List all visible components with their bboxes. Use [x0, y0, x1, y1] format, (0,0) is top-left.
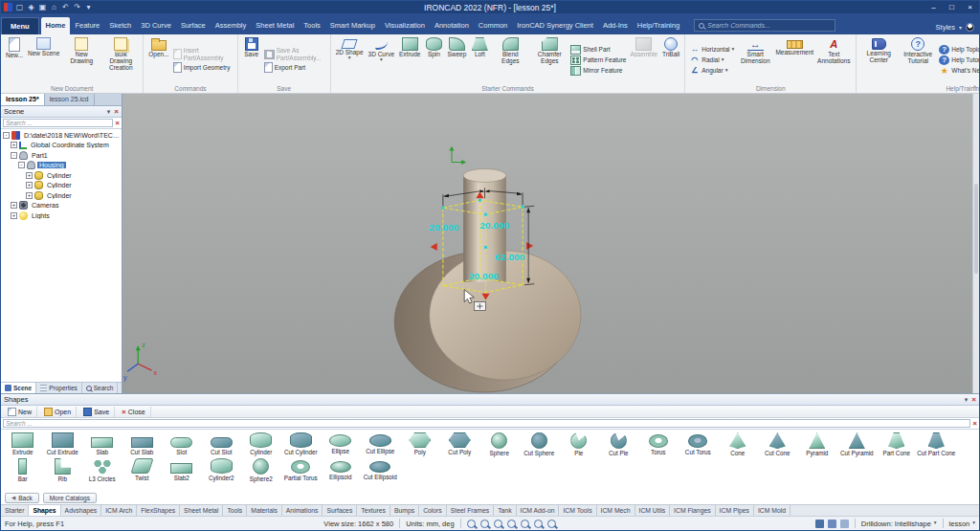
shape-pie[interactable]: Pie	[559, 431, 599, 456]
shape-cut-slab[interactable]: Cut Slab	[122, 431, 163, 456]
collapse-icon[interactable]: -	[3, 132, 10, 139]
shape-sphere[interactable]: Sphere	[479, 431, 520, 456]
catalog-tab-steel-frames[interactable]: Steel Frames	[447, 505, 494, 516]
horizontal-button[interactable]: Horizontal▾	[688, 45, 735, 55]
3d-curve-button[interactable]: 3D Curve▾	[367, 35, 396, 63]
tab-tools[interactable]: Tools	[299, 17, 325, 34]
close-button[interactable]: ×	[961, 1, 979, 13]
more-catalogs-button[interactable]: More Catalogs	[43, 493, 97, 503]
catalog-open-button[interactable]: Open	[39, 407, 77, 417]
viewport-scrollbar[interactable]	[972, 94, 979, 393]
tab-add-ins[interactable]: Add-Ins	[598, 17, 633, 34]
new-icon[interactable]: ▢	[15, 3, 24, 11]
menu-button[interactable]: Menu	[1, 17, 39, 34]
command-search-input[interactable]	[707, 22, 831, 29]
shape-sphere2[interactable]: Sphere2	[241, 456, 281, 482]
catalog-tab-colors[interactable]: Colors	[419, 505, 447, 516]
tree-item-cameras[interactable]: +Cameras	[1, 201, 122, 211]
shape-ellipse[interactable]: Ellipse	[321, 431, 361, 456]
expand-icon[interactable]: +	[26, 192, 33, 199]
catalog-tab-advshapes[interactable]: Advshapes	[61, 505, 102, 516]
pattern-feature-button[interactable]: Pattern Feature	[569, 55, 627, 65]
pan-icon[interactable]	[521, 520, 529, 528]
shape-cut-pyramid[interactable]: Cut Pyramid	[837, 431, 878, 456]
panel-close-icon[interactable]: ×	[971, 396, 976, 404]
new-drawing-button[interactable]: New Drawing	[62, 35, 100, 64]
open-button[interactable]: Open...	[146, 35, 170, 57]
triball-button[interactable]: TriBall	[660, 35, 681, 57]
tab-ironcad-synergy-client[interactable]: IronCAD Synergy Client	[512, 17, 598, 34]
tab-visualization[interactable]: Visualization	[380, 17, 430, 34]
shape-cut-ellipsoid[interactable]: Cut Ellipsoid	[361, 456, 401, 482]
drilldown-dropdown[interactable]: Drilldown: Intellishape ▾	[861, 520, 937, 528]
minimize-button[interactable]: –	[924, 1, 943, 13]
user-icon[interactable]	[966, 23, 974, 32]
app-logo-icon[interactable]	[4, 3, 12, 11]
undo-icon[interactable]: ↶	[61, 3, 70, 11]
shape-ellipsoid[interactable]: Ellipsoid	[321, 456, 361, 482]
shape-bar[interactable]: Bar	[3, 456, 43, 482]
text-annotations-button[interactable]: Text Annotations	[814, 35, 853, 64]
render-mode-icon[interactable]	[828, 520, 836, 528]
tree-item-d-date-2018-new-word-tech-net[interactable]: -D:\date\2018 NEW\Word\TECH-NET...	[1, 130, 122, 141]
tab-feature[interactable]: Feature	[70, 17, 104, 34]
tab-common[interactable]: Common	[474, 17, 512, 34]
scrollbar-thumb[interactable]	[974, 184, 978, 274]
expand-icon[interactable]: +	[11, 142, 17, 148]
shape-cylinder[interactable]: Cylinder	[241, 431, 281, 456]
what-s-new-button[interactable]: What's New	[938, 66, 979, 76]
panel-menu-icon[interactable]: ▾	[965, 396, 969, 404]
shape-extrude[interactable]: Extrude	[3, 431, 43, 456]
tab-assembly[interactable]: Assembly	[211, 17, 252, 34]
catalog-search-input[interactable]	[3, 419, 970, 428]
clear-search-icon[interactable]: ×	[115, 120, 120, 127]
catalog-tab-animations[interactable]: Animations	[282, 505, 323, 516]
shape-cut-slot[interactable]: Cut Slot	[202, 431, 242, 456]
catalog-tab-icm-utils[interactable]: ICM Utils	[635, 505, 671, 516]
tab-surface[interactable]: Surface	[176, 17, 211, 34]
customize-icon[interactable]: ▾	[84, 3, 93, 11]
shape-torus[interactable]: Torus	[638, 431, 679, 456]
chamfer-edges-button[interactable]: Chamfer Edges	[530, 35, 568, 64]
tab-sketch[interactable]: Sketch	[104, 17, 136, 34]
maximize-button[interactable]: □	[943, 1, 961, 13]
selection-dropdown[interactable]: lesson ▾	[949, 520, 975, 528]
catalog-tab-flexshapes[interactable]: FlexShapes	[137, 505, 180, 516]
expand-icon[interactable]: +	[26, 172, 33, 179]
tab-smart-markup[interactable]: Smart Markup	[325, 17, 380, 34]
loft-button[interactable]: Loft	[469, 35, 490, 57]
zoom-in-icon[interactable]	[480, 520, 489, 528]
catalog-tab-tank[interactable]: Tank	[494, 505, 516, 516]
redo-icon[interactable]: ↷	[73, 3, 81, 11]
print-icon[interactable]: ⌂	[50, 3, 58, 11]
catalog-tab-bumps[interactable]: Bumps	[390, 505, 419, 516]
tree-item-lights[interactable]: +Lights	[1, 210, 122, 221]
save-button[interactable]: Save	[241, 35, 262, 57]
catalog-tab-surfaces[interactable]: Surfaces	[323, 505, 357, 516]
spin-button[interactable]: Spin	[423, 35, 444, 57]
shape-cut-poly[interactable]: Cut Poly	[440, 431, 480, 456]
blend-edges-button[interactable]: Blend Edges	[491, 35, 529, 64]
catalog-tab-shapes[interactable]: Shapes	[29, 505, 60, 516]
zoom-fit-icon[interactable]	[507, 520, 516, 528]
import-geometry-button[interactable]: Import Geometry	[172, 62, 234, 73]
shape-pyramid[interactable]: Pyramid	[797, 431, 837, 456]
panel-tab-scene[interactable]: Scene	[1, 383, 36, 393]
document-tab-lesson-25-icd[interactable]: lesson 25.icd	[45, 94, 95, 105]
shape-cut-extrude[interactable]: Cut Extrude	[43, 431, 83, 456]
mirror-feature-button[interactable]: Mirror Feature	[569, 66, 627, 76]
tab-3d-curve[interactable]: 3D Curve	[136, 17, 176, 34]
tree-item-housing[interactable]: -Housing	[1, 161, 122, 171]
scene-search-input[interactable]	[3, 119, 113, 127]
new-scene-button[interactable]: New Scene	[26, 35, 61, 56]
tree-item-cylinder[interactable]: +Cylinder	[1, 170, 122, 181]
panel-close-icon[interactable]: ×	[114, 108, 119, 116]
catalog-tab-icm-mold[interactable]: ICM Mold	[754, 505, 791, 516]
back-button[interactable]: ◀ Back	[5, 493, 39, 503]
tree-item-global-coordinate-system[interactable]: +Global Coordinate System	[1, 141, 122, 151]
shape-slab2[interactable]: Slab2	[162, 456, 202, 482]
catalog-tab-icm-arch[interactable]: ICM Arch	[101, 505, 137, 516]
viewport-3d[interactable]: 20.000 20.000 62.000 20.000 z x y	[122, 94, 979, 393]
styles-dropdown[interactable]: Styles	[936, 23, 955, 32]
catalog-tab-icm-flanges[interactable]: ICM Flanges	[670, 505, 716, 516]
